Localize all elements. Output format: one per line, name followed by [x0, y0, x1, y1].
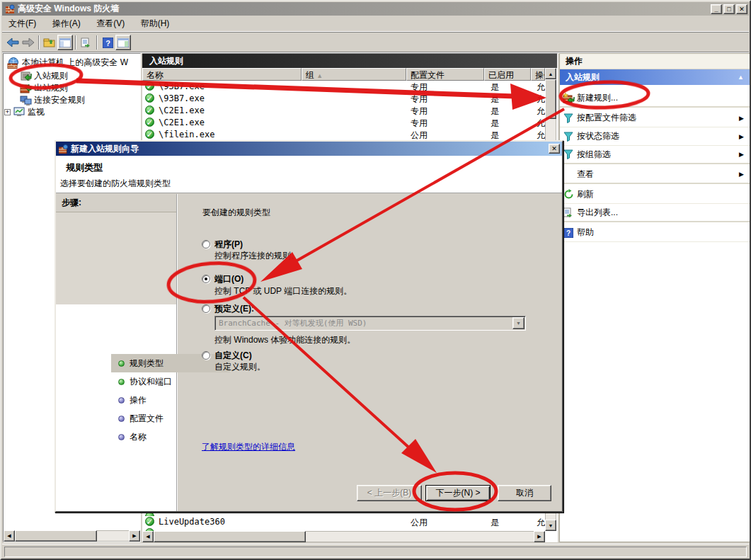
rule-action: 允许 [537, 93, 545, 105]
table-row[interactable]: ✓ \C2E1.exe 专用 是 允许 [142, 105, 545, 117]
action-new-rule[interactable]: 新建规则... [560, 89, 750, 108]
list-vscroll-thumb[interactable] [545, 79, 556, 119]
tree-item-inbound-rules[interactable]: 入站规则 [20, 70, 68, 82]
radio-port-label[interactable]: 端口(O) [214, 273, 243, 285]
collapse-chevron-icon[interactable]: ▲ [738, 74, 744, 81]
table-row[interactable]: ✓ \93B7.exe 专用 是 允许 [142, 93, 545, 105]
rule-enabled: 是 [491, 130, 499, 141]
submenu-arrow-icon: ▶ [739, 133, 744, 140]
step-bullet-icon [118, 360, 125, 367]
menu-file[interactable]: 文件(F) [2, 16, 42, 32]
back-button[interactable] [5, 35, 21, 50]
dialog-titlebar[interactable]: 新建入站规则向导 ✕ [56, 142, 562, 156]
close-button[interactable]: ✕ [736, 4, 747, 14]
wizard-header: 规则类型 选择要创建的防火墙规则类型 [56, 156, 562, 193]
toolbar: ? [2, 33, 749, 52]
tree-scroll-left-button[interactable]: ◀ [4, 530, 15, 542]
action-help[interactable]: ? 帮助 [560, 224, 750, 242]
step-action[interactable]: 操作 [111, 391, 230, 409]
column-header-group[interactable]: 组 ▲ [302, 68, 406, 81]
folder-icon [43, 38, 56, 47]
cancel-button[interactable]: 取消 [498, 485, 551, 501]
table-row[interactable]: ✓ \filein.exe 公用 是 允许 [142, 129, 545, 141]
tree-hscroll-thumb[interactable] [15, 530, 97, 542]
list-scroll-left-button[interactable]: ◀ [142, 531, 154, 542]
action-export-list[interactable]: 导出列表... [560, 204, 750, 222]
expand-plus-icon[interactable]: + [4, 109, 11, 115]
wizard-icon [59, 144, 68, 154]
rule-action: 允许 [537, 130, 545, 141]
column-header-name[interactable]: 名称 [142, 68, 302, 81]
steps-background [56, 212, 176, 304]
list-scroll-down-button[interactable]: ▼ [545, 520, 556, 531]
menu-action[interactable]: 操作(A) [46, 16, 87, 32]
help-button[interactable]: ? [100, 35, 115, 50]
tree-scroll-right-button[interactable]: ▶ [129, 530, 140, 542]
radio-program-desc: 控制程序连接的规则。 [214, 250, 299, 262]
menu-view[interactable]: 查看(V) [90, 16, 131, 32]
wizard-steps-panel: 步骤: [56, 194, 177, 511]
list-scroll-right-button[interactable]: ▶ [534, 531, 545, 542]
radio-program[interactable] [202, 240, 210, 248]
export-list-icon [81, 38, 92, 47]
action-label: 导出列表... [577, 207, 618, 219]
actions-group-bar[interactable]: 入站规则 ▲ [560, 69, 750, 85]
show-console-tree-button[interactable] [57, 35, 73, 50]
rule-enabled: 是 [491, 81, 499, 93]
radio-predefined[interactable] [202, 304, 210, 313]
table-row[interactable]: ✓ \C2E1.exe 专用 是 允许 [142, 117, 545, 129]
table-row[interactable]: ✓ \93B7.exe 专用 是 允许 [142, 81, 545, 93]
step-label: 配置文件 [130, 413, 164, 425]
monitoring-icon [13, 107, 25, 118]
column-header-profile[interactable]: 配置文件 [406, 68, 484, 81]
list-scroll-up-button[interactable]: ▲ [545, 68, 556, 79]
maximize-button[interactable]: □ [723, 4, 735, 14]
action-filter-by-profile[interactable]: 按配置文件筛选 ▶ [560, 109, 750, 127]
list-hscroll-thumb[interactable] [154, 531, 306, 542]
learn-more-link[interactable]: 了解规则类型的详细信息 [202, 441, 295, 453]
export-list-button[interactable] [79, 35, 94, 50]
minimize-button[interactable]: _ [711, 4, 722, 14]
step-label: 协议和端口 [130, 376, 172, 388]
tree-root-node[interactable]: 本地计算机 上的高级安全 Wind [7, 57, 128, 69]
step-bullet-icon [118, 434, 125, 440]
next-button[interactable]: 下一步(N) > [425, 485, 491, 501]
step-protocol-and-ports[interactable]: 协议和端口 [111, 372, 230, 391]
radio-port[interactable] [202, 275, 210, 283]
radio-custom-label[interactable]: 自定义(C) [214, 350, 252, 362]
submenu-arrow-icon: ▶ [739, 151, 744, 158]
radio-predefined-label[interactable]: 预定义(E): [214, 303, 254, 315]
rule-name: \93B7.exe [159, 81, 205, 91]
show-action-pane-button[interactable] [115, 35, 131, 50]
step-profile[interactable]: 配置文件 [111, 409, 230, 428]
step-rule-type[interactable]: 规则类型 [111, 354, 230, 372]
dialog-close-button[interactable]: ✕ [549, 144, 560, 154]
action-view[interactable]: 查看 ▶ [560, 166, 750, 184]
tree-root-label: 本地计算机 上的高级安全 Wind [22, 57, 128, 69]
action-filter-by-group[interactable]: 按组筛选 ▶ [560, 146, 750, 164]
step-label: 规则类型 [130, 358, 164, 370]
column-header-enabled[interactable]: 已启用 [484, 68, 531, 81]
step-label: 操作 [130, 394, 147, 406]
tree-item-monitoring[interactable]: + 监视 [4, 106, 45, 118]
up-one-level-button[interactable] [42, 35, 57, 50]
radio-program-label[interactable]: 程序(P) [214, 239, 243, 251]
table-row[interactable]: ✓ LiveUpdate360 公用 是 允许 [142, 516, 545, 528]
column-header-action[interactable]: 操作 [531, 68, 545, 81]
step-bullet-icon [118, 397, 125, 404]
tree-item-outbound-rules[interactable]: 出站规则 [20, 82, 68, 94]
radio-custom[interactable] [202, 351, 210, 360]
firewall-root-icon [7, 57, 20, 69]
rule-enabled-check-icon: ✓ [145, 93, 154, 103]
action-refresh[interactable]: 刷新 [560, 185, 750, 204]
action-filter-by-state[interactable]: 按状态筛选 ▶ [560, 127, 750, 146]
inbound-rules-icon [20, 71, 32, 81]
tree-item-connection-security-rules[interactable]: 连接安全规则 [20, 94, 85, 106]
main-titlebar[interactable]: 高级安全 Windows 防火墙 _ □ ✕ [2, 2, 749, 16]
predefined-dropdown: BranchCache - 对等机发现(使用 WSD) ▼ [214, 316, 526, 331]
step-label: 名称 [130, 431, 147, 443]
menu-help[interactable]: 帮助(H) [134, 16, 176, 32]
back-button[interactable]: < 上一步(B) [357, 485, 422, 501]
forward-button[interactable] [21, 35, 36, 50]
rule-profile: 专用 [411, 93, 428, 105]
